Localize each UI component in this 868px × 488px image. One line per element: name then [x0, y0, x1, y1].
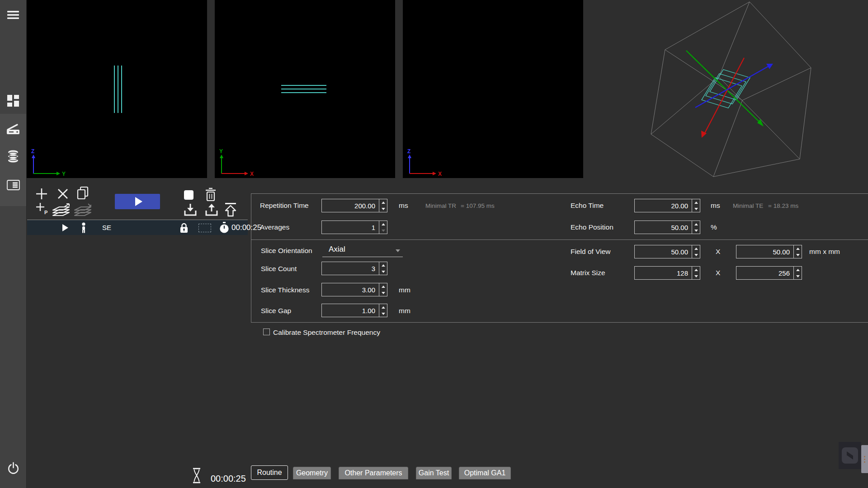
spin-up-button[interactable] — [692, 245, 700, 252]
spin-up-button[interactable] — [692, 199, 700, 206]
spin-up-button[interactable] — [379, 283, 387, 290]
slice-count-input[interactable] — [322, 262, 378, 275]
3d-geometry-view[interactable] — [583, 0, 868, 194]
export-layers-button[interactable] — [51, 203, 72, 217]
database-icon — [8, 150, 19, 163]
viewport-yx[interactable]: Y X — [215, 0, 395, 178]
import-layers-button-disabled[interactable] — [73, 203, 94, 217]
sidebar-item-dashboard[interactable] — [0, 95, 26, 107]
add-sequence-button[interactable] — [35, 188, 48, 200]
sequence-name: SE — [102, 224, 111, 231]
spin-up-button[interactable] — [379, 221, 387, 227]
averages-input[interactable] — [322, 221, 378, 234]
vertical-axis-label: Y — [219, 148, 223, 155]
echo-time-label: Echo Time — [571, 202, 604, 210]
spin-up-button[interactable] — [379, 199, 387, 206]
spin-down-button[interactable] — [794, 252, 802, 258]
echo-position-field — [634, 221, 700, 234]
horizontal-axis-label: X — [250, 171, 254, 177]
horizontal-axis-label: X — [438, 171, 442, 177]
slice-gap-label: Slice Gap — [261, 307, 291, 315]
slice-count-spinner — [379, 262, 387, 275]
spin-up-button[interactable] — [379, 304, 387, 310]
dashboard-icon — [7, 95, 19, 107]
matrix-y-input[interactable] — [736, 267, 793, 279]
matrix-x-field — [634, 266, 700, 280]
tab-geometry[interactable]: Geometry — [293, 467, 331, 479]
fov-x-input[interactable] — [635, 245, 691, 258]
fov-x-field — [634, 245, 700, 258]
spin-down-button[interactable] — [379, 206, 387, 212]
repetition-time-input[interactable] — [322, 199, 378, 212]
tab-gain-test[interactable]: Gain Test — [416, 467, 452, 479]
handle-dot — [864, 461, 865, 463]
echo-position-input[interactable] — [635, 221, 691, 234]
slice-gap-field — [321, 304, 387, 317]
tab-label: Routine — [257, 469, 282, 477]
spin-up-button[interactable] — [794, 267, 802, 273]
sidebar-item-scanner[interactable] — [0, 123, 26, 135]
sidebar-item-database[interactable] — [0, 150, 26, 163]
calibrate-checkbox[interactable] — [263, 328, 270, 335]
echo-position-label: Echo Position — [571, 223, 613, 231]
echo-time-unit: ms — [711, 202, 720, 210]
spin-up-button[interactable] — [794, 245, 802, 252]
spin-down-button[interactable] — [379, 290, 387, 296]
stopwatch-icon — [219, 222, 229, 234]
matrix-separator: X — [716, 269, 720, 277]
slice-orientation-select[interactable]: Axial — [322, 244, 403, 257]
matrix-y-field — [736, 266, 802, 280]
slice-line — [281, 92, 326, 93]
add-protocol-button[interactable]: P — [35, 202, 48, 215]
duplicate-sequence-button[interactable] — [76, 186, 89, 200]
echo-time-spinner — [692, 199, 700, 212]
power-button[interactable] — [0, 462, 26, 474]
repetition-time-field — [321, 199, 387, 212]
echo-time-input[interactable] — [635, 199, 691, 212]
upload-button[interactable] — [204, 203, 219, 217]
tab-label: Other Parameters — [344, 469, 402, 477]
download-button[interactable] — [183, 203, 198, 217]
tab-optimal-ga1[interactable]: Optimal GA1 — [459, 467, 511, 479]
plus-icon — [35, 188, 48, 200]
copy-icon — [76, 186, 89, 200]
vertical-axis-label: Z — [31, 148, 34, 155]
spin-up-button[interactable] — [692, 267, 700, 273]
chat-widget-button[interactable] — [842, 447, 858, 464]
slice-gap-input[interactable] — [322, 304, 378, 317]
mri-console-app: Z Y Y X Z X — [0, 0, 868, 488]
sequence-row[interactable]: SE 00:00:25 — [27, 220, 248, 235]
edge-panel-handle[interactable] — [861, 445, 868, 473]
spin-down-button[interactable] — [379, 310, 387, 317]
spin-up-button[interactable] — [379, 262, 387, 268]
upload-all-button[interactable] — [222, 202, 239, 217]
spin-down-button[interactable] — [692, 273, 700, 279]
viewport-zy[interactable]: Z Y — [27, 0, 207, 178]
spin-down-button[interactable] — [794, 273, 802, 279]
minimal-te-value: = 18.23 ms — [768, 202, 798, 209]
fov-y-input[interactable] — [736, 245, 793, 258]
slice-thickness-label: Slice Thickness — [261, 286, 309, 294]
spin-down-button[interactable] — [379, 268, 387, 275]
tab-routine[interactable]: Routine — [251, 465, 288, 480]
spin-down-button[interactable] — [692, 206, 700, 212]
delete-button[interactable] — [204, 188, 217, 202]
remove-sequence-button[interactable] — [57, 188, 69, 200]
slice-count-label: Slice Count — [261, 265, 297, 273]
spin-up-button[interactable] — [692, 221, 700, 227]
menu-button[interactable] — [0, 10, 26, 19]
slice-line — [121, 66, 122, 113]
matrix-x-input[interactable] — [635, 267, 691, 279]
tab-other-parameters[interactable]: Other Parameters — [339, 467, 408, 479]
handle-dot — [864, 459, 865, 460]
slice-thickness-input[interactable] — [322, 283, 378, 296]
viewport-zx[interactable]: Z X — [403, 0, 583, 178]
run-sequence-button[interactable] — [115, 194, 160, 209]
close-icon — [57, 188, 69, 200]
tab-label: Geometry — [296, 469, 328, 477]
spin-down-button[interactable] — [692, 252, 700, 258]
spin-down-button[interactable] — [692, 227, 700, 234]
stop-button[interactable] — [184, 190, 193, 200]
spin-down-button[interactable] — [379, 227, 387, 234]
sidebar-item-news[interactable] — [0, 180, 26, 190]
